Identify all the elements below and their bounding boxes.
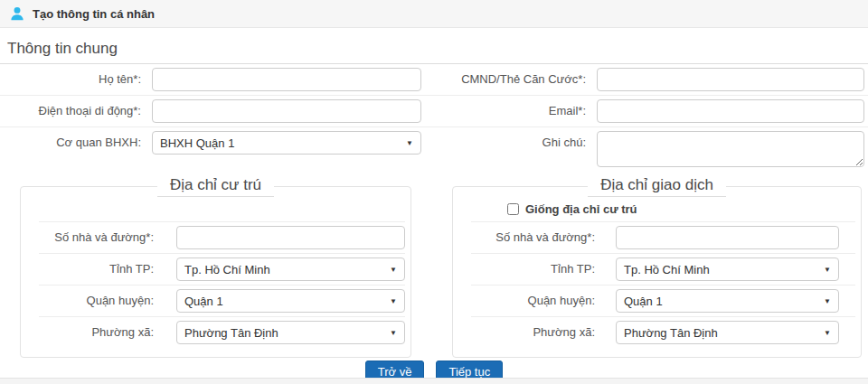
page-header: Tạo thông tin cá nhân [0,0,868,28]
residence-province-select[interactable]: Tp. Hồ Chí Minh ▼ [176,258,405,281]
residence-province-selected-value: Tp. Hồ Chí Minh [184,263,270,276]
transaction-ward-selected-value: Phường Tân Định [624,326,718,340]
form-row: Họ tên*: CMND/Thẻ Căn Cước*: [0,64,868,96]
ghi-chu-label: Ghi chú: [434,131,597,155]
ghi-chu-textarea[interactable] [597,131,864,167]
general-section-title: Thông tin chung [0,28,868,64]
residence-district-selected-value: Quận 1 [184,295,223,308]
email-label: Email*: [434,99,597,123]
ho-ten-label: Họ tên*: [0,68,152,91]
footer-strip [0,378,868,384]
ho-ten-input[interactable] [152,68,421,91]
co-quan-bhxh-label: Cơ quan BHXH: [0,131,152,155]
same-address-row: Giống địa chỉ cư trú [457,197,857,221]
form-row: Số nhà và đường*: [471,221,855,253]
transaction-province-label: Tỉnh TP: [471,258,616,281]
user-icon [9,5,25,22]
transaction-province-select[interactable]: Tp. Hồ Chí Minh ▼ [616,258,839,281]
transaction-province-selected-value: Tp. Hồ Chí Minh [624,263,710,276]
transaction-district-label: Quận huyện: [471,289,616,313]
form-row: Phường xã: Phường Tân Định ▼ [471,316,855,348]
chevron-down-icon: ▼ [390,266,397,274]
form-row: Điện thoại di động*: Email*: [0,96,868,127]
form-row: Số nhà và đường*: [39,221,405,253]
same-address-checkbox[interactable] [507,203,519,215]
chevron-down-icon: ▼ [824,329,831,337]
residence-province-label: Tỉnh TP: [39,258,176,281]
cmnd-input[interactable] [597,68,864,91]
form-row: Tỉnh TP: Tp. Hồ Chí Minh ▼ [39,253,405,285]
residence-district-select[interactable]: Quận 1 ▼ [176,289,405,313]
chevron-down-icon: ▼ [406,139,413,147]
addresses: Địa chỉ cư trú Số nhà và đường*: Tỉnh TP… [0,176,868,358]
residence-street-label: Số nhà và đường*: [39,226,176,249]
same-address-label[interactable]: Giống địa chỉ cư trú [525,202,637,216]
transaction-street-input[interactable] [616,226,839,249]
transaction-district-selected-value: Quận 1 [624,295,663,308]
form-row: Quận huyện: Quận 1 ▼ [39,285,405,316]
residence-ward-label: Phường xã: [39,321,176,344]
dien-thoai-input[interactable] [152,99,421,123]
transaction-address-box: Địa chỉ giao dịch Giống địa chỉ cư trú S… [452,176,862,358]
chevron-down-icon: ▼ [824,266,831,274]
form-row: Tỉnh TP: Tp. Hồ Chí Minh ▼ [471,253,855,285]
transaction-ward-label: Phường xã: [471,321,616,344]
residence-ward-selected-value: Phường Tân Định [184,326,278,340]
co-quan-bhxh-selected-value: BHXH Quận 1 [160,136,234,150]
transaction-ward-select[interactable]: Phường Tân Định ▼ [616,321,839,344]
email-input[interactable] [597,99,864,123]
cmnd-label: CMND/Thẻ Căn Cước*: [434,68,597,91]
residence-district-label: Quận huyện: [39,289,176,313]
residence-street-input[interactable] [176,226,405,249]
form-row: Quận huyện: Quận 1 ▼ [471,285,855,316]
chevron-down-icon: ▼ [824,297,831,305]
chevron-down-icon: ▼ [390,297,397,305]
co-quan-bhxh-select[interactable]: BHXH Quận 1 ▼ [152,131,421,155]
residence-address-title: Địa chỉ cư trú [157,176,274,197]
transaction-address-title: Địa chỉ giao dịch [588,176,726,197]
general-form: Họ tên*: CMND/Thẻ Căn Cước*: Điện thoại … [0,64,868,173]
residence-ward-select[interactable]: Phường Tân Định ▼ [176,321,405,344]
page-title: Tạo thông tin cá nhân [33,7,155,21]
chevron-down-icon: ▼ [390,329,397,337]
residence-address-box: Địa chỉ cư trú Số nhà và đường*: Tỉnh TP… [20,176,411,358]
transaction-district-select[interactable]: Quận 1 ▼ [616,289,839,313]
form-row: Cơ quan BHXH: BHXH Quận 1 ▼ Ghi chú: [0,127,868,173]
form-row: Phường xã: Phường Tân Định ▼ [39,316,405,348]
transaction-street-label: Số nhà và đường*: [471,226,616,249]
dien-thoai-label: Điện thoại di động*: [0,99,152,123]
